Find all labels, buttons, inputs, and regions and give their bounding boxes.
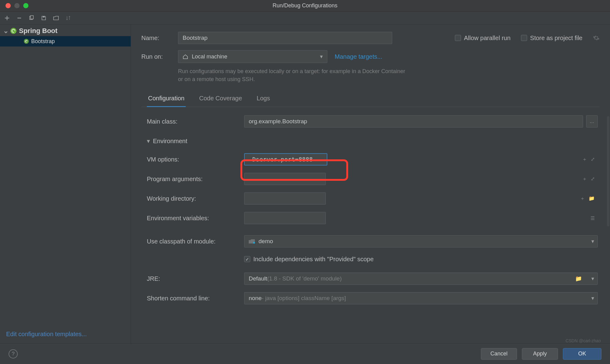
config-form: Main class: … ▾ Environment VM options: [141,115,600,343]
config-item-label: Bootstrap [31,38,55,45]
add-config-icon[interactable] [4,15,10,21]
expand-icon[interactable]: ⤢ [591,176,595,182]
environment-section-header[interactable]: ▾ Environment [147,137,244,145]
main-class-label: Main class: [147,118,244,125]
module-icon [249,239,255,243]
jre-value: Default [249,275,267,282]
apply-button[interactable]: Apply [522,348,558,360]
ok-button[interactable]: OK [563,348,601,360]
allow-parallel-label: Allow parallel run [464,35,511,42]
program-args-label: Program arguments: [147,176,244,183]
shorten-cmd-combo[interactable]: none - java [options] className [args] ▾ [244,292,598,304]
jre-label: JRE: [147,275,244,282]
shorten-value: none [249,295,262,302]
gear-icon[interactable] [593,35,600,41]
watermark: CSDN @carl-zhao [566,338,601,343]
tab-configuration[interactable]: Configuration [147,92,186,107]
vm-options-label: VM options: [147,156,244,163]
spring-boot-icon [10,28,17,34]
jre-combo[interactable]: Default (1.8 - SDK of 'demo' module) 📁 ▾ [244,273,598,285]
working-directory-label: Working directory: [147,195,244,202]
classpath-value: demo [259,238,273,245]
scrollbar[interactable] [607,116,609,226]
list-edit-icon[interactable]: ☰ [590,215,595,221]
minimize-window-icon[interactable] [14,3,20,8]
title-bar: Run/Debug Configurations [0,0,610,12]
shorten-value-hint: - java [options] className [args] [262,295,346,302]
window-controls [0,3,28,8]
edit-templates-link[interactable]: Edit configuration templates... [0,326,131,343]
include-provided-label: Include dependencies with "Provided" sco… [253,256,374,263]
checkbox-icon [455,35,461,41]
tab-logs[interactable]: Logs [255,92,271,107]
home-icon [183,54,188,59]
folder-open-icon[interactable]: 📁 [589,195,595,202]
checkbox-checked-icon [244,256,250,262]
manage-targets-link[interactable]: Manage targets... [335,53,382,60]
shorten-cmd-label: Shorten command line: [147,295,244,302]
config-tabs: Configuration Code Coverage Logs [141,92,600,107]
chevron-down-icon: ⌄ [3,27,8,35]
config-item-bootstrap[interactable]: Bootstrap [0,36,131,46]
classpath-combo[interactable]: demo ▾ [244,235,598,247]
cancel-button[interactable]: Cancel [481,348,517,360]
run-on-hint: Run configurations may be executed local… [178,67,411,83]
config-main-panel: Name: Allow parallel run Store as projec… [131,24,610,343]
store-as-project-label: Store as project file [530,35,582,42]
config-toolbar [0,12,610,24]
close-window-icon[interactable] [6,3,11,8]
vm-options-input[interactable] [244,153,327,165]
svg-rect-2 [43,16,45,17]
save-config-icon[interactable] [40,15,47,21]
name-input[interactable] [178,32,392,44]
allow-parallel-checkbox[interactable]: Allow parallel run [455,35,511,42]
help-icon[interactable]: ? [9,349,18,358]
copy-config-icon[interactable] [28,15,35,21]
insert-macro-icon[interactable]: ＋ [582,176,587,182]
spring-boot-icon [24,39,29,44]
config-type-spring-boot[interactable]: ⌄ Spring Boot [0,26,131,36]
name-label: Name: [141,35,171,42]
include-provided-checkbox[interactable]: Include dependencies with "Provided" sco… [244,256,374,263]
remove-config-icon[interactable] [16,15,23,21]
browse-main-class-button[interactable]: … [586,115,598,128]
main-class-input[interactable] [244,115,583,128]
classpath-label: Use classpath of module: [147,238,244,245]
insert-macro-icon[interactable]: ＋ [582,156,587,163]
program-args-input[interactable] [244,173,326,185]
tab-code-coverage[interactable]: Code Coverage [198,92,243,107]
env-vars-input[interactable] [244,212,326,224]
run-on-label: Run on: [141,53,171,60]
jre-value-hint: (1.8 - SDK of 'demo' module) [267,275,342,282]
checkbox-icon [521,35,527,41]
env-vars-label: Environment variables: [147,215,244,222]
store-as-project-checkbox[interactable]: Store as project file [521,35,582,42]
dialog-footer: ? Cancel Apply OK [0,343,610,364]
working-directory-input[interactable] [244,192,326,205]
run-on-combo[interactable]: Local machine ▾ [178,50,327,63]
vm-options-field[interactable]: ＋ ⤢ [244,153,598,165]
sort-config-icon[interactable] [65,15,72,21]
expand-icon[interactable]: ⤢ [591,156,595,163]
config-type-label: Spring Boot [19,27,58,35]
zoom-window-icon[interactable] [23,3,28,8]
chevron-down-icon: ▾ [147,137,150,145]
window-title: Run/Debug Configurations [273,2,337,9]
config-sidebar: ⌄ Spring Boot Bootstrap Edit configurati… [0,24,131,343]
folder-config-icon[interactable] [53,15,59,21]
insert-macro-icon[interactable]: ＋ [580,195,585,202]
run-on-value: Local machine [192,54,227,60]
chevron-down-icon: ▾ [320,53,323,60]
svg-rect-1 [31,16,33,19]
